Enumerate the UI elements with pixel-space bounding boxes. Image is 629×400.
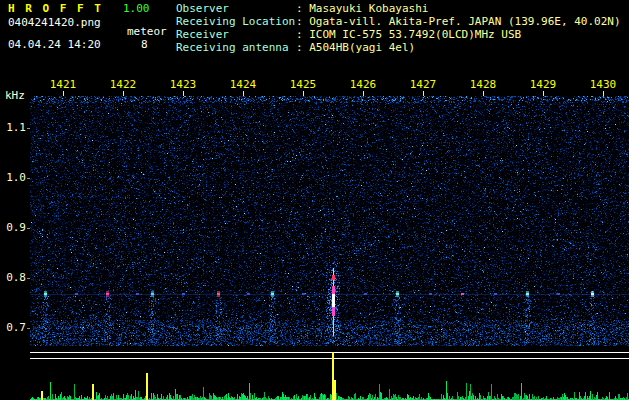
time-tick-label: 1424 <box>229 79 257 91</box>
freq-tick-label: 0.8 <box>0 272 26 284</box>
time-tick-label: 1429 <box>529 79 557 91</box>
station-info-row: Receiving antenna: A504HB(yagi 4el) <box>176 42 628 55</box>
meteor-count: 8 <box>141 39 148 51</box>
time-tick-label: 1430 <box>589 79 617 91</box>
mode-label: meteor <box>127 26 167 38</box>
freq-axis-unit: kHz <box>5 90 31 102</box>
time-tick-label: 1427 <box>409 79 437 91</box>
spectrogram <box>30 96 629 346</box>
time-tick-label: 1422 <box>109 79 137 91</box>
freq-tick-label: 1.0 <box>0 172 26 184</box>
time-tick-label: 1428 <box>469 79 497 91</box>
station-info: Observer: Masayuki KobayashiReceiving Lo… <box>176 3 628 55</box>
station-info-label: Receiving antenna <box>176 42 289 54</box>
station-info-label: Receiving Location <box>176 16 295 28</box>
freq-tick-label: 0.7 <box>0 322 26 334</box>
station-info-value: : ICOM IC-575 53.7492(0LCD)MHz USB <box>296 29 521 41</box>
station-info-value: : A504HB(yagi 4el) <box>296 42 415 54</box>
app-version: 1.00 <box>123 3 150 15</box>
signal-level-graph <box>30 348 629 400</box>
station-info-value: : Masayuki Kobayashi <box>296 3 428 15</box>
time-tick-label: 1425 <box>289 79 317 91</box>
freq-tick-label: 1.1 <box>0 122 26 134</box>
time-axis: 1421142214231424142514261427142814291430 <box>0 79 629 97</box>
time-tick-label: 1421 <box>49 79 77 91</box>
hrofft-screen: H R O F F T 1.00 0404241420.png meteor 8… <box>0 0 629 400</box>
time-tick-label: 1423 <box>169 79 197 91</box>
time-tick-label: 1426 <box>349 79 377 91</box>
station-info-label: Observer <box>176 3 229 15</box>
station-info-label: Receiver <box>176 29 229 41</box>
freq-tick-label: 0.9 <box>0 222 26 234</box>
frequency-axis: kHz1.11.00.90.80.7 <box>0 0 30 400</box>
station-info-value: : Ogata-vill. Akita-Pref. JAPAN (139.96E… <box>296 16 621 28</box>
